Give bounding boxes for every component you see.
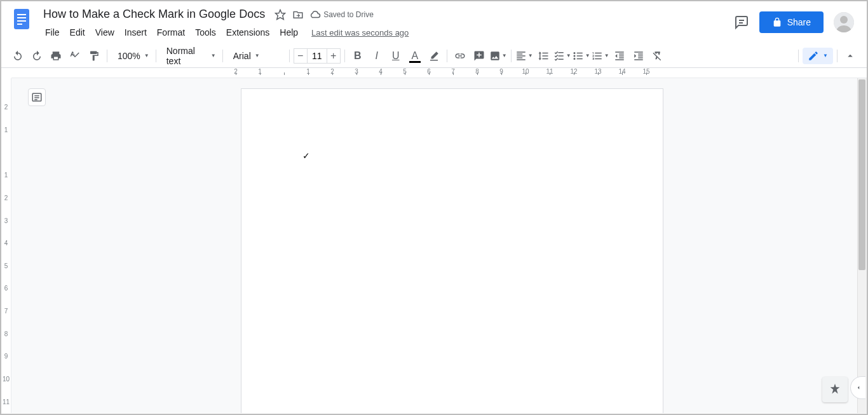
decrease-indent-button[interactable] <box>611 47 628 65</box>
menu-view[interactable]: View <box>91 25 119 40</box>
svg-point-10 <box>573 52 575 54</box>
print-button[interactable] <box>47 47 65 65</box>
checklist-button[interactable]: ▼ <box>553 47 571 65</box>
bullet-list-button[interactable]: ▼ <box>573 47 590 65</box>
style-combo[interactable]: Normal text▼ <box>160 48 219 64</box>
ruler-tick: 2 <box>4 187 8 210</box>
undo-button[interactable] <box>9 47 27 65</box>
ruler-tick: 9 <box>489 68 513 75</box>
star-icon[interactable] <box>274 8 287 21</box>
font-size-group: − + <box>294 48 341 64</box>
editing-mode-button[interactable]: ▼ <box>803 48 833 64</box>
saved-status[interactable]: Saved to Drive <box>309 9 374 20</box>
font-value: Arial <box>233 51 251 61</box>
ruler-tick: 6 <box>4 277 8 300</box>
comments-icon[interactable] <box>734 15 749 30</box>
insert-comment-button[interactable] <box>470 47 488 65</box>
toolbar: 100%▼ Normal text▼ Arial▼ − + B I U A ▼ … <box>1 44 867 68</box>
menu-format[interactable]: Format <box>153 25 189 40</box>
document-title[interactable]: How to Make a Check Mark in Google Docs <box>39 6 269 22</box>
clear-format-button[interactable] <box>649 47 667 65</box>
explore-button[interactable] <box>822 377 848 402</box>
zoom-combo[interactable]: 100%▼ <box>111 48 152 64</box>
bold-button[interactable]: B <box>349 47 367 65</box>
spellcheck-button[interactable] <box>66 47 84 65</box>
svg-rect-3 <box>17 20 26 22</box>
font-combo[interactable]: Arial▼ <box>227 48 285 64</box>
chevron-down-icon: ▼ <box>211 53 216 58</box>
ruler-tick: 12 <box>562 68 586 75</box>
text-color-button[interactable]: A <box>406 47 424 65</box>
toolbar-right: ▼ <box>796 47 859 65</box>
canvas: 2 1 1 2 3 4 5 6 7 8 9 10 11 ✓ <box>1 78 867 413</box>
increase-indent-button[interactable] <box>630 47 648 65</box>
cloud-icon <box>309 9 321 20</box>
line-spacing-button[interactable] <box>534 47 552 65</box>
collapse-toolbar-button[interactable] <box>841 47 859 65</box>
title-area: How to Make a Check Mark in Google Docs … <box>39 6 734 40</box>
vertical-ruler[interactable]: 2 1 1 2 3 4 5 6 7 8 9 10 11 <box>1 78 11 413</box>
separator <box>798 50 799 62</box>
ruler-tick: 4 <box>4 232 8 255</box>
font-size-input[interactable] <box>308 48 327 64</box>
show-outline-button[interactable] <box>28 88 46 106</box>
scrollbar-thumb[interactable] <box>858 79 865 270</box>
italic-button[interactable]: I <box>368 47 386 65</box>
ruler-tick: 1 <box>4 164 8 187</box>
ruler-tick: 5 <box>4 254 8 277</box>
underline-button[interactable]: U <box>387 47 405 65</box>
menu-file[interactable]: File <box>41 25 64 40</box>
ruler-tick: 8 <box>4 322 8 345</box>
separator <box>447 50 447 62</box>
ruler-tick: 3 <box>344 68 369 75</box>
ruler-tick: 7 <box>441 68 465 75</box>
move-icon[interactable] <box>292 8 304 21</box>
insert-image-button[interactable]: ▼ <box>489 47 507 65</box>
horizontal-ruler[interactable]: 2 1 1 2 3 4 5 6 7 8 9 10 11 12 13 14 15 <box>11 68 867 78</box>
menu-help[interactable]: Help <box>275 25 302 40</box>
account-avatar[interactable] <box>834 12 854 32</box>
menu-edit[interactable]: Edit <box>65 25 90 40</box>
chevron-down-icon: ▼ <box>823 53 828 58</box>
separator <box>222 50 223 62</box>
ruler-tick: 1 <box>248 68 272 75</box>
vertical-scrollbar[interactable] <box>857 78 867 413</box>
increase-font-button[interactable]: + <box>327 48 341 64</box>
svg-point-9 <box>840 16 848 24</box>
insert-link-button[interactable] <box>451 47 469 65</box>
svg-rect-2 <box>17 17 26 18</box>
highlight-button[interactable] <box>425 47 443 65</box>
zoom-value: 100% <box>118 51 140 61</box>
menu-insert[interactable]: Insert <box>120 25 151 40</box>
paint-format-button[interactable] <box>85 47 103 65</box>
ruler-tick: 4 <box>369 68 393 75</box>
menu-bar: File Edit View Insert Format Tools Exten… <box>39 25 734 40</box>
docs-logo[interactable] <box>9 6 34 32</box>
ruler-tick: 13 <box>586 68 610 75</box>
ruler-tick: 10 <box>513 68 538 75</box>
share-button[interactable]: Share <box>759 11 824 33</box>
ruler-tick: 1 <box>296 68 320 75</box>
ruler-tick: 9 <box>4 345 8 368</box>
style-value: Normal text <box>166 46 207 66</box>
svg-rect-1 <box>17 14 26 15</box>
menu-tools[interactable]: Tools <box>191 25 220 40</box>
last-edit-link[interactable]: Last edit was seconds ago <box>311 28 409 37</box>
ruler-tick: 2 <box>320 68 344 75</box>
document-page[interactable]: ✓ <box>241 88 663 413</box>
ruler-tick: 2 <box>4 96 8 119</box>
chevron-down-icon: ▼ <box>255 53 260 58</box>
ruler-tick <box>272 68 296 75</box>
align-button[interactable]: ▼ <box>515 47 533 65</box>
numbered-list-button[interactable]: ▼ <box>592 47 609 65</box>
decrease-font-button[interactable]: − <box>294 48 308 64</box>
ruler-tick: 7 <box>4 300 8 323</box>
document-content[interactable]: ✓ <box>302 151 310 161</box>
ruler-tick: 2 <box>224 68 248 75</box>
pencil-icon <box>808 50 819 62</box>
menu-extensions[interactable]: Extensions <box>222 25 274 40</box>
page-area[interactable]: ✓ <box>11 78 867 413</box>
separator <box>511 50 512 62</box>
ruler-tick: 10 <box>3 368 10 391</box>
redo-button[interactable] <box>28 47 46 65</box>
